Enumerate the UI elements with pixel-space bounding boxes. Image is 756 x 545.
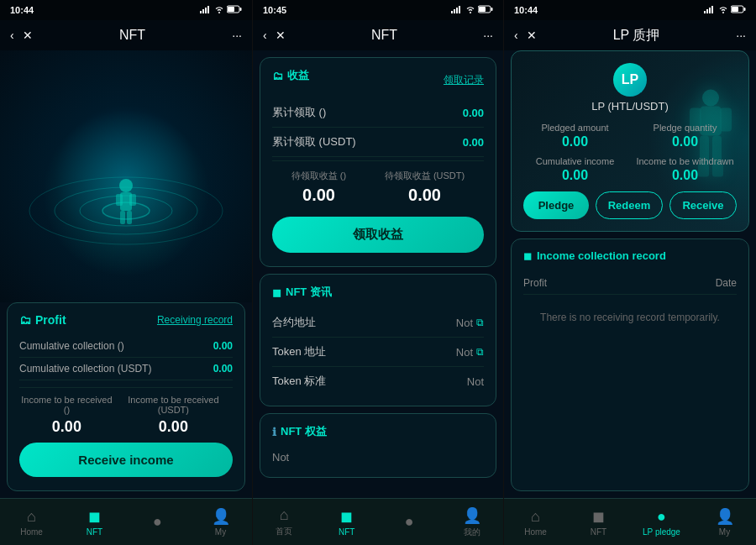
svg-rect-25 [706, 9, 708, 13]
copy-contract-icon[interactable]: ⧉ [476, 317, 484, 328]
tab-my-3[interactable]: 👤 My [693, 499, 756, 545]
svg-rect-5 [240, 8, 242, 11]
cumulative-usdt-value: 0.00 [213, 363, 233, 375]
token-address-row: Token 地址 Not ⧉ [272, 338, 484, 367]
income-pending-usdt-value: 0.00 [159, 418, 188, 436]
nav-left-3[interactable]: ‹ ✕ [514, 29, 537, 42]
tab-home-label-2: 首页 [276, 526, 292, 537]
earnings-card: 🗂 收益 领取记录 累计领取 () 0.00 累计领取 (USDT) 0.00 … [260, 57, 496, 267]
tab-home-1[interactable]: ⌂ Home [0, 499, 63, 545]
nav-title-3: LP 质押 [613, 27, 660, 45]
lp-card-content: LP LP (HTL/USDT) Pledged amount 0.00 Ple… [523, 63, 737, 219]
pending-usdt-label-2: 待领取收益 (USDT) [385, 170, 465, 182]
receive-income-button[interactable]: Receive income [19, 443, 233, 477]
signal-icon-1 [200, 5, 212, 15]
nav-right-2[interactable]: ··· [483, 29, 493, 42]
cumulative-usdt-row: Cumulative collection (USDT) 0.00 [19, 358, 233, 380]
back-button-2[interactable]: ‹ [263, 29, 267, 42]
tab-dot-1[interactable]: ● [126, 499, 189, 545]
tab-bar-1: ⌂ Home ◼ NFT ● 👤 My [0, 498, 252, 545]
svg-rect-14 [129, 194, 136, 206]
tab-home-label-3: Home [524, 527, 547, 537]
lp-stats-grid: Pledged amount 0.00 Pledge quantity 0.00… [523, 123, 737, 183]
svg-rect-0 [200, 11, 202, 13]
receive-button[interactable]: Receive [669, 191, 737, 219]
nav-right-3[interactable]: ··· [736, 29, 746, 42]
income-record-card: ◼ Income collection record Profit Date T… [511, 238, 749, 491]
wifi-icon-2 [465, 5, 475, 15]
nft-info-icon: ◼ [272, 286, 281, 299]
nft-rights-value: Not [272, 448, 484, 467]
status-bar-3: 10:44 [504, 0, 756, 20]
nav-bar-2: ‹ ✕ NFT ··· [253, 20, 503, 50]
lp-hero-card: LP LP (HTL/USDT) Pledged amount 0.00 Ple… [511, 50, 749, 232]
pledge-quantity-stat: Pledge quantity 0.00 [633, 123, 737, 149]
tab-dot-2[interactable]: ● [378, 499, 441, 545]
tab-home-3[interactable]: ⌂ Home [504, 499, 567, 545]
date-col-header: Date [716, 277, 737, 289]
pledged-amount-stat: Pledged amount 0.00 [523, 123, 627, 149]
svg-rect-30 [732, 7, 738, 12]
cumulative-value: 0.00 [213, 340, 233, 352]
tab-home-2[interactable]: ⌂ 首页 [253, 499, 316, 545]
cumulative-usdt-label: Cumulative collection (USDT) [19, 363, 151, 375]
redeem-button[interactable]: Redeem [596, 191, 663, 219]
record-icon: ◼ [523, 250, 532, 262]
receive-earnings-button[interactable]: 领取收益 [272, 217, 484, 253]
token-standard-value: Not [467, 375, 484, 388]
home-icon-3: ⌂ [531, 508, 540, 526]
cumulative-row-2: 累计领取 () 0.00 [272, 98, 484, 128]
copy-token-icon[interactable]: ⧉ [476, 346, 484, 358]
svg-rect-2 [205, 8, 207, 13]
tab-home-label-1: Home [20, 527, 43, 537]
income-pending-row: Income to be received () 0.00 Income to … [19, 387, 233, 436]
pledged-amount-value: 0.00 [523, 134, 627, 149]
signal-icon-3 [704, 5, 716, 15]
tab-nft-3[interactable]: ◼ NFT [567, 499, 630, 545]
close-button-3[interactable]: ✕ [527, 29, 537, 42]
time-1: 10:44 [10, 5, 34, 15]
back-button-3[interactable]: ‹ [514, 29, 518, 42]
nft-rights-card: ℹ NFT 权益 Not [260, 413, 496, 478]
wifi-icon-1 [214, 5, 224, 15]
cumulative-income-label: Cumulative income [523, 156, 627, 166]
more-button-2[interactable]: ··· [483, 29, 493, 42]
svg-rect-3 [207, 6, 209, 13]
nft-rights-icon: ℹ [272, 426, 276, 438]
tab-nft-2[interactable]: ◼ NFT [316, 499, 379, 545]
tab-my-1[interactable]: 👤 My [189, 499, 252, 545]
pending-usdt-col-2: 待领取收益 (USDT) 0.00 [385, 170, 465, 205]
profit-card-header: 🗂 Profit Receiving record [19, 313, 233, 327]
earnings-header: 🗂 收益 领取记录 [272, 68, 484, 92]
tab-lp-3[interactable]: ● LP pledge [630, 499, 693, 545]
close-button-1[interactable]: ✕ [23, 29, 33, 42]
nav-right-1[interactable]: ··· [232, 29, 242, 42]
svg-rect-16 [127, 211, 132, 224]
nft-tab-icon-2: ◼ [340, 507, 353, 526]
nav-left-1[interactable]: ‹ ✕ [10, 29, 33, 42]
status-icons-1 [200, 5, 242, 15]
earnings-link[interactable]: 领取记录 [444, 73, 484, 87]
cumulative-usdt-row-2: 累计领取 (USDT) 0.00 [272, 128, 484, 157]
close-button-2[interactable]: ✕ [276, 29, 286, 42]
tab-my-2[interactable]: 👤 我的 [441, 499, 504, 545]
back-button-1[interactable]: ‹ [10, 29, 14, 42]
more-button-3[interactable]: ··· [736, 29, 746, 42]
token-address-value: Not ⧉ [456, 346, 484, 359]
cumulative-label-2: 累计领取 () [272, 105, 326, 120]
profit-title: 🗂 Profit [19, 313, 66, 327]
tab-nft-1[interactable]: ◼ NFT [63, 499, 126, 545]
time-2: 10:45 [263, 5, 286, 15]
panel2-scrollable[interactable]: 🗂 收益 领取记录 累计领取 () 0.00 累计领取 (USDT) 0.00 … [253, 50, 503, 498]
panel3-scrollable[interactable]: LP LP (HTL/USDT) Pledged amount 0.00 Ple… [504, 50, 756, 498]
nav-left-2[interactable]: ‹ ✕ [263, 29, 286, 42]
more-button-1[interactable]: ··· [232, 29, 242, 42]
svg-point-11 [119, 179, 133, 192]
pending-income-row-2: 待领取收益 () 0.00 待领取收益 (USDT) 0.00 [272, 160, 484, 210]
pending-col-2: 待领取收益 () 0.00 [291, 170, 346, 205]
panel-nft-middle: 10:45 ‹ ✕ NFT ··· 🗂 [252, 0, 504, 545]
pending-label-2: 待领取收益 () [291, 170, 346, 182]
pledge-button[interactable]: Pledge [523, 191, 589, 219]
income-pending-label: Income to be received () [19, 395, 114, 415]
receiving-record-link[interactable]: Receiving record [157, 314, 233, 326]
